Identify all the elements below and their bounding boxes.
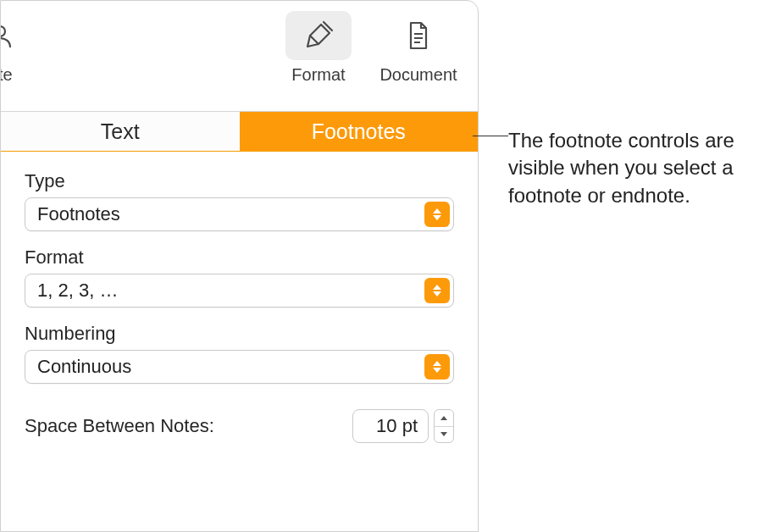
format-icon-wrap <box>285 11 352 60</box>
tab-text[interactable]: Text <box>1 112 240 151</box>
space-value: 10 pt <box>376 415 418 437</box>
format-popup[interactable]: 1, 2, 3, … <box>25 274 454 308</box>
type-label: Type <box>25 170 454 192</box>
space-stepper: 10 pt <box>352 409 454 443</box>
space-between-label: Space Between Notes: <box>25 415 352 437</box>
popup-arrows-icon <box>424 202 450 227</box>
type-value: Footnotes <box>25 203 424 225</box>
collaborate-icon <box>0 20 15 51</box>
paintbrush-icon <box>303 20 334 51</box>
callout-leader-line <box>473 136 508 136</box>
toolbar-label-document: Document <box>380 65 457 85</box>
toolbar-right-group: Format Document <box>276 11 478 85</box>
field-numbering: Numbering Continuous <box>25 323 454 384</box>
space-stepper-down[interactable] <box>435 426 453 443</box>
popup-arrows-icon <box>424 354 450 380</box>
popup-arrows-icon <box>424 278 450 303</box>
footnotes-content: Type Footnotes Format 1, 2, 3, … Numberi… <box>1 152 478 462</box>
tab-footnotes-label: Footnotes <box>312 119 406 144</box>
collaborate-icon-wrap <box>0 11 33 60</box>
inspector-panel: orate Format <box>0 0 479 532</box>
format-label: Format <box>25 247 454 269</box>
tabbar: Text Footnotes <box>1 111 478 152</box>
toolbar-item-collaborate[interactable]: orate <box>0 11 18 85</box>
tab-footnotes[interactable]: Footnotes <box>240 112 479 151</box>
toolbar-label-collaborate: orate <box>0 65 13 85</box>
space-stepper-buttons <box>434 409 454 443</box>
space-between-row: Space Between Notes: 10 pt <box>25 409 454 443</box>
numbering-label: Numbering <box>25 323 454 345</box>
toolbar-item-document[interactable]: Document <box>376 11 461 85</box>
toolbar-label-format: Format <box>291 65 345 85</box>
numbering-popup[interactable]: Continuous <box>25 350 454 384</box>
space-stepper-up[interactable] <box>435 410 453 426</box>
field-format: Format 1, 2, 3, … <box>25 247 454 308</box>
numbering-value: Continuous <box>25 356 424 378</box>
svg-point-0 <box>0 26 5 36</box>
toolbar: orate Format <box>1 1 478 111</box>
document-icon <box>403 20 434 51</box>
callout-text: The footnote controls are visible when y… <box>508 127 754 209</box>
format-value: 1, 2, 3, … <box>25 280 424 302</box>
tab-text-label: Text <box>101 119 140 144</box>
type-popup[interactable]: Footnotes <box>25 197 454 231</box>
document-icon-wrap <box>385 11 452 60</box>
field-type: Type Footnotes <box>25 170 454 231</box>
toolbar-item-format[interactable]: Format <box>276 11 361 85</box>
space-value-field[interactable]: 10 pt <box>352 409 429 443</box>
